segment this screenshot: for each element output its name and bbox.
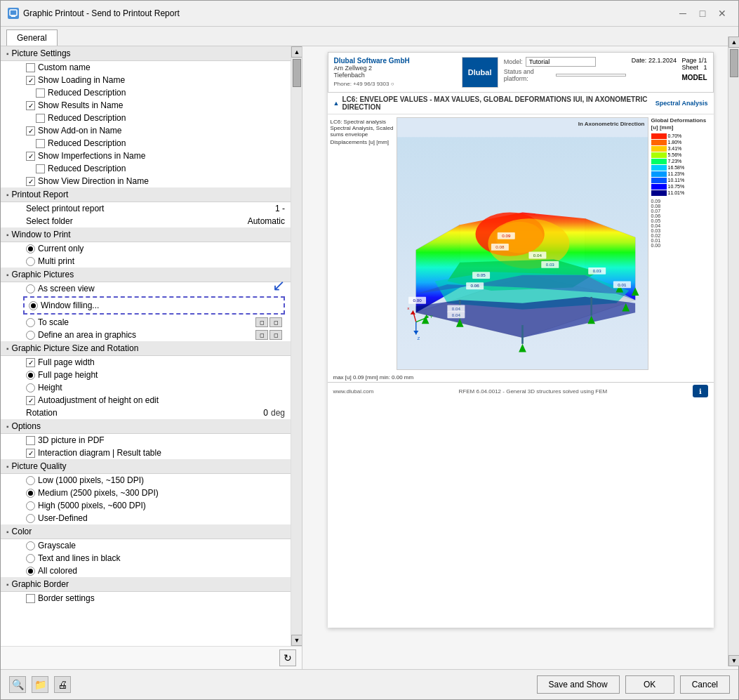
legend-area: Global Deformations[u] [mm] 0.70% 1.80% bbox=[651, 117, 711, 370]
section-header-window-to-print[interactable]: ▪ Window to Print bbox=[1, 227, 291, 242]
checkbox-full-page-width[interactable] bbox=[26, 358, 35, 367]
section-header-graphic-pictures[interactable]: ▪ Graphic Pictures bbox=[1, 268, 291, 282]
checkbox-interaction-diagram[interactable] bbox=[26, 449, 35, 458]
refresh-button[interactable]: ↻ bbox=[279, 649, 296, 666]
section-picture-settings: ▪ Picture Settings Custom name Show Load… bbox=[1, 46, 291, 187]
checkbox-border-settings[interactable] bbox=[26, 594, 35, 603]
page-value: 1/1 bbox=[698, 57, 707, 64]
svg-text:0.08: 0.08 bbox=[495, 244, 505, 249]
date-row: Date: 22.1.2024 Page 1/1 bbox=[632, 57, 707, 64]
folder-bottom-icon[interactable]: 📁 bbox=[32, 676, 48, 693]
company-address: Am Zellweg 2Tiefenbach bbox=[334, 65, 456, 79]
item-text-lines-black: Text and lines in black bbox=[1, 552, 291, 564]
scroll-up-button[interactable]: ▲ bbox=[291, 46, 302, 58]
scroll-handle[interactable] bbox=[293, 59, 301, 87]
search-bottom-icon[interactable]: 🔍 bbox=[9, 676, 26, 693]
radio-as-screen-view[interactable] bbox=[26, 284, 35, 293]
svg-text:0.01: 0.01 bbox=[618, 282, 627, 287]
unit-rotation: deg bbox=[271, 408, 285, 418]
checkbox-reduced-desc-2[interactable] bbox=[36, 114, 45, 123]
label-reduced-desc-4: Reduced Description bbox=[48, 164, 126, 173]
page-header: Dlubal Software GmbH Am Zellweg 2Tiefenb… bbox=[328, 52, 714, 93]
radio-quality-low[interactable] bbox=[26, 476, 35, 485]
maximize-button[interactable]: □ bbox=[693, 6, 712, 20]
legend-color-8 bbox=[651, 184, 667, 190]
legend-item-6: 11.23% bbox=[651, 171, 711, 177]
radio-quality-medium[interactable] bbox=[26, 489, 35, 498]
section-header-graphic-size[interactable]: ▪ Graphic Picture Size and Rotation bbox=[1, 341, 291, 356]
item-as-screen-view: As screen view bbox=[1, 282, 272, 295]
mini-btn-4[interactable]: ◻ bbox=[269, 330, 282, 340]
section-header-printout-report[interactable]: ▪ Printout Report bbox=[1, 187, 291, 202]
section-header-picture-quality[interactable]: ▪ Picture Quality bbox=[1, 459, 291, 474]
label-multi-print: Multi print bbox=[38, 256, 74, 266]
label-grayscale: Grayscale bbox=[38, 541, 76, 550]
item-grayscale: Grayscale bbox=[1, 539, 291, 552]
section-arrow: ▲ bbox=[333, 100, 340, 107]
section-header-options[interactable]: ▪ Options bbox=[1, 419, 291, 434]
value-rotation: 0 bbox=[226, 408, 268, 418]
item-reduced-desc-2: Reduced Description bbox=[1, 112, 291, 124]
sheet-value: 1 bbox=[703, 64, 707, 71]
scroll-down-button[interactable]: ▼ bbox=[291, 635, 302, 646]
label-window-filling: Window filling... bbox=[41, 301, 99, 310]
mini-btn-2[interactable]: ◻ bbox=[269, 317, 282, 327]
label-full-page-width: Full page width bbox=[38, 357, 95, 367]
label-show-imperfections: Show Imperfections in Name bbox=[38, 151, 145, 161]
label-define-area: Define an area in graphics bbox=[38, 330, 136, 340]
tab-general[interactable]: General bbox=[6, 29, 58, 46]
tree-scroll[interactable]: ▪ Picture Settings Custom name Show Load… bbox=[1, 46, 291, 646]
svg-text:0.00: 0.00 bbox=[413, 298, 422, 303]
mini-btn-3[interactable]: ◻ bbox=[255, 330, 268, 340]
radio-window-filling[interactable] bbox=[29, 301, 38, 310]
checkbox-reduced-desc-1[interactable] bbox=[36, 88, 45, 98]
section-header-color[interactable]: ▪ Color bbox=[1, 524, 291, 539]
checkbox-3d-pdf[interactable] bbox=[26, 436, 35, 445]
mini-btn-1[interactable]: ◻ bbox=[255, 317, 268, 327]
radio-quality-user[interactable] bbox=[26, 514, 35, 523]
window-title: Graphic Printout - Send to Printout Repo… bbox=[23, 8, 180, 18]
label-full-page-height: Full page height bbox=[38, 370, 98, 380]
radio-quality-high[interactable] bbox=[26, 501, 35, 510]
preview-area[interactable]: Dlubal Software GmbH Am Zellweg 2Tiefenb… bbox=[302, 46, 738, 669]
radio-multi-print[interactable] bbox=[26, 257, 35, 266]
checkbox-reduced-desc-3[interactable] bbox=[36, 139, 45, 148]
title-bar-left: Graphic Printout - Send to Printout Repo… bbox=[8, 8, 180, 19]
radio-define-area[interactable] bbox=[26, 331, 35, 340]
section-header-graphic-border[interactable]: ▪ Graphic Border bbox=[1, 577, 291, 592]
legend-color-7 bbox=[651, 178, 667, 183]
radio-current-only[interactable] bbox=[26, 244, 35, 253]
section-header-picture-settings[interactable]: ▪ Picture Settings bbox=[1, 46, 291, 61]
checkbox-show-addon[interactable] bbox=[26, 126, 35, 136]
print-bottom-icon[interactable]: 🖨 bbox=[54, 676, 71, 693]
checkbox-show-loading[interactable] bbox=[26, 76, 35, 85]
chart-labels: LC6: Spectral analysis Spectral Analysis… bbox=[331, 117, 394, 370]
radio-height[interactable] bbox=[26, 383, 35, 392]
checkbox-reduced-desc-4[interactable] bbox=[36, 164, 45, 173]
radio-full-page-height[interactable] bbox=[26, 371, 35, 380]
radio-grayscale[interactable] bbox=[26, 541, 35, 550]
checkbox-show-view-direction[interactable] bbox=[26, 177, 35, 186]
radio-to-scale[interactable] bbox=[26, 318, 35, 327]
ok-button[interactable]: OK bbox=[625, 675, 674, 694]
checkbox-autoadjustment[interactable] bbox=[26, 396, 35, 405]
label-quality-low: Low (1000 pixels, ~150 DPI) bbox=[38, 475, 144, 485]
item-full-page-height: Full page height bbox=[1, 369, 291, 381]
company-name: Dlubal Software GmbH bbox=[334, 57, 456, 65]
area-mini-btns: ◻ ◻ bbox=[255, 330, 282, 340]
item-quality-medium: Medium (2500 pixels, ~300 DPI) bbox=[1, 487, 291, 499]
right-scroll-handle[interactable] bbox=[730, 49, 738, 77]
radio-text-lines-black[interactable] bbox=[26, 554, 35, 563]
right-scroll-down[interactable]: ▼ bbox=[728, 655, 738, 666]
close-button[interactable]: ✕ bbox=[713, 6, 731, 20]
radio-all-colored[interactable] bbox=[26, 567, 35, 576]
checkbox-show-imperfections[interactable] bbox=[26, 152, 35, 161]
minimize-button[interactable]: ─ bbox=[674, 6, 692, 20]
cancel-button[interactable]: Cancel bbox=[680, 675, 730, 694]
checkbox-custom-name[interactable] bbox=[26, 63, 35, 72]
checkbox-show-results[interactable] bbox=[26, 101, 35, 110]
right-scroll-body bbox=[728, 48, 738, 655]
legend-pct-7: 10.11% bbox=[668, 178, 685, 183]
save-show-button[interactable]: Save and Show bbox=[537, 675, 620, 694]
section-title-bar: ▲ LC6: ENVELOPE VALUES - MAX VALUES, GLO… bbox=[328, 93, 714, 114]
